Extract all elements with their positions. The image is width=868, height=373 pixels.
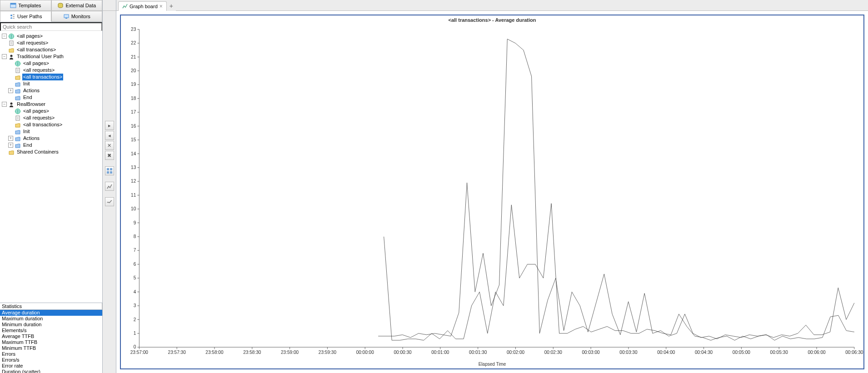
collapse-icon[interactable]: − [2, 102, 7, 107]
svg-text:23:59:00: 23:59:00 [281, 350, 299, 355]
tree-row[interactable]: <all requests> [0, 40, 102, 46]
tree-row[interactable]: −<all pages> [0, 33, 102, 40]
monitors-icon [63, 13, 70, 20]
spacer [105, 192, 114, 196]
folder-icon [8, 47, 15, 53]
svg-text:2: 2 [134, 317, 136, 322]
svg-text:15: 15 [131, 137, 136, 142]
svg-point-3 [10, 15, 12, 16]
main-tab-graph-board[interactable]: Graph board × [118, 1, 167, 11]
tree-row[interactable]: <all transactions> [0, 121, 102, 128]
folder-icon [8, 149, 15, 155]
tree-row[interactable]: +Actions [0, 87, 102, 94]
svg-text:11: 11 [131, 193, 136, 198]
page-icon [14, 115, 21, 121]
page-icon [8, 40, 15, 46]
statistics-item[interactable]: Duration (scatter) [0, 369, 102, 373]
collapse-icon[interactable]: − [2, 54, 7, 59]
tab-templates[interactable]: Templates [0, 0, 51, 11]
collapse-icon[interactable]: − [2, 34, 7, 39]
svg-text:00:03:30: 00:03:30 [619, 350, 637, 355]
tree-row[interactable]: +End [0, 142, 102, 149]
tree-label: <all pages> [22, 108, 50, 114]
statistics-item[interactable]: Maximum TTFB [0, 339, 102, 345]
svg-text:21: 21 [131, 54, 136, 59]
chart-area[interactable]: 0123456789101112131415161718192021222323… [121, 25, 863, 362]
svg-text:00:02:00: 00:02:00 [507, 350, 524, 355]
tree-row[interactable]: <all requests> [0, 114, 102, 121]
tree-row[interactable]: −RealBrowser [0, 101, 102, 108]
page-icon [14, 67, 21, 74]
tree-row[interactable]: <all transactions> [0, 74, 102, 80]
add-tab-button[interactable]: + [167, 1, 176, 11]
svg-rect-14 [107, 168, 109, 170]
chart-xlabel: Elapsed Time [121, 362, 863, 368]
tree-row[interactable]: −Traditional User Path [0, 53, 102, 60]
panel-collapse-left-button[interactable]: ◂ [105, 131, 114, 140]
main-tab-label: Graph board [130, 4, 158, 9]
panel-expand-right-button[interactable]: ▸ [105, 121, 114, 130]
spacer [105, 176, 114, 181]
globe-icon [8, 33, 15, 40]
twisty-spacer [8, 75, 13, 80]
panel-close-button[interactable]: ✕ [105, 141, 114, 150]
svg-text:18: 18 [131, 96, 136, 101]
tree-row[interactable]: +Actions [0, 135, 102, 142]
chart-tab-icon [122, 3, 128, 10]
svg-text:23:57:30: 23:57:30 [168, 350, 186, 355]
tab-user-paths[interactable]: User Paths [0, 11, 51, 22]
statistics-item[interactable]: Average TTFB [0, 333, 102, 339]
statistics-item[interactable]: Minimum duration [0, 322, 102, 328]
expand-icon[interactable]: + [8, 143, 13, 148]
statistics-item[interactable]: Maximum duration [0, 316, 102, 322]
svg-text:00:05:00: 00:05:00 [733, 350, 750, 355]
tree-label: Actions [22, 135, 40, 142]
tree-view[interactable]: −<all pages><all requests><all transacti… [0, 31, 102, 303]
folder-icon [14, 122, 21, 128]
tree-label: Traditional User Path [16, 53, 65, 60]
panel-grid-button[interactable] [105, 166, 114, 175]
statistics-item[interactable]: Error rate [0, 363, 102, 369]
svg-text:12: 12 [131, 179, 136, 184]
statistics-item[interactable]: Average duration [0, 310, 102, 316]
user-paths-icon [9, 13, 15, 20]
statistics-item[interactable]: Errors/s [0, 357, 102, 363]
panel-tools-button[interactable]: ✖ [105, 151, 114, 160]
tree-row[interactable]: <all transactions> [0, 46, 102, 53]
tree-row[interactable]: <all pages> [0, 108, 102, 114]
expand-icon[interactable]: + [8, 88, 13, 93]
tree-row[interactable]: End [0, 94, 102, 101]
tree-label: Init [22, 128, 31, 135]
expand-icon[interactable]: + [8, 136, 13, 141]
statistics-list[interactable]: Average durationMaximum durationMinimum … [0, 310, 102, 373]
panel-trend-button[interactable] [105, 197, 114, 206]
svg-text:23:57:00: 23:57:00 [130, 350, 148, 355]
svg-text:3: 3 [134, 303, 136, 308]
tree-label: <all requests> [22, 114, 55, 121]
panel-chart-button[interactable] [105, 182, 114, 191]
tree-row[interactable]: <all requests> [0, 67, 102, 74]
tab-monitors[interactable]: Monitors [51, 11, 103, 22]
tree-row[interactable]: <all pages> [0, 60, 102, 67]
quick-search-input[interactable] [0, 22, 102, 31]
svg-text:13: 13 [131, 165, 136, 170]
tree-label: RealBrowser [16, 101, 46, 108]
user-icon [8, 101, 15, 108]
tree-row[interactable]: Init [0, 128, 102, 135]
svg-text:0: 0 [134, 344, 136, 349]
svg-rect-4 [64, 15, 69, 18]
tab-external-data[interactable]: External Data [51, 0, 103, 11]
tab-monitors-label: Monitors [71, 14, 90, 19]
chart-title: <all transactions> - Average duration [121, 15, 863, 25]
close-icon[interactable]: × [160, 3, 163, 10]
tree-row[interactable]: Shared Containers [0, 149, 102, 155]
twisty-spacer [8, 122, 13, 127]
statistics-item[interactable]: Errors [0, 351, 102, 357]
svg-text:4: 4 [134, 289, 136, 294]
statistics-item[interactable]: Minimum TTFB [0, 345, 102, 351]
tree-row[interactable]: Init [0, 80, 102, 87]
statistics-item[interactable]: Elements/s [0, 328, 102, 333]
statistics-header: Statistics [0, 303, 102, 310]
svg-text:7: 7 [134, 248, 136, 253]
twisty-spacer [2, 47, 7, 52]
